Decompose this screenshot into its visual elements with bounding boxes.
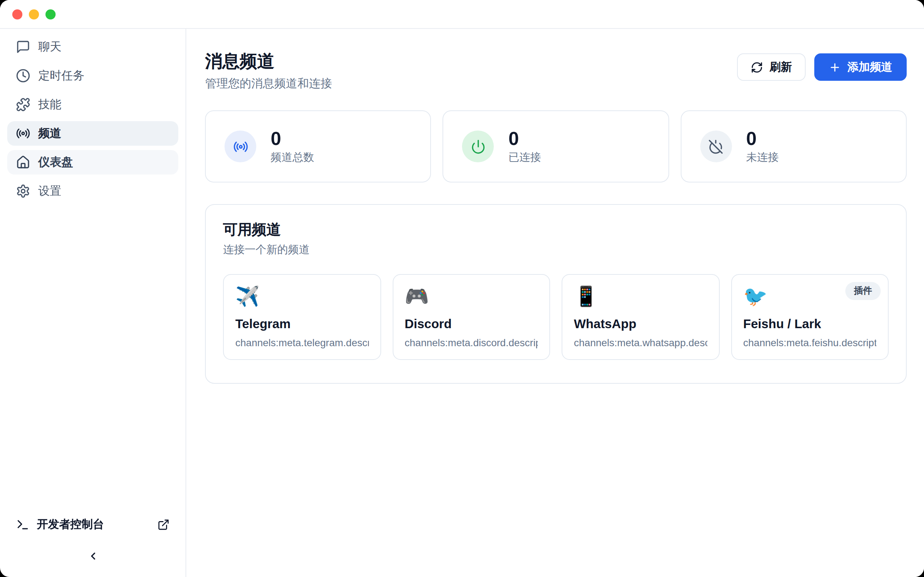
page-title: 消息频道 (205, 50, 332, 72)
page-header: 消息频道 管理您的消息频道和连接 刷新 添加频道 (205, 50, 907, 92)
available-channels-panel: 可用频道 连接一个新的频道 ✈️ Telegram channels:meta.… (205, 204, 907, 384)
traffic-lights (12, 9, 56, 19)
channel-name: Feishu / Lark (743, 317, 876, 332)
sidebar: 聊天 定时任务 技能 频道 仪表盘 设置 (0, 29, 186, 577)
page-subtitle: 管理您的消息频道和连接 (205, 76, 332, 92)
sidebar-collapse-button[interactable] (81, 545, 104, 567)
channel-description: channels:meta.telegram.description (235, 337, 368, 348)
stat-card-total-channels: 0 频道总数 (205, 110, 431, 182)
sidebar-item-chat[interactable]: 聊天 (7, 35, 178, 59)
zoom-button[interactable] (45, 9, 56, 19)
airplane-emoji-icon: ✈️ (235, 285, 368, 308)
stat-value: 0 (746, 128, 779, 148)
add-channel-button[interactable]: 添加频道 (814, 53, 907, 81)
app-window: 聊天 定时任务 技能 频道 仪表盘 设置 (0, 0, 924, 577)
dev-console-link[interactable]: 开发者控制台 (0, 510, 186, 540)
stat-card-connected: 0 已连接 (443, 110, 669, 182)
sidebar-item-scheduled-tasks[interactable]: 定时任务 (7, 63, 178, 88)
channel-description: channels:meta.whatsapp.description (574, 337, 707, 348)
panel-title: 可用频道 (223, 220, 888, 239)
sidebar-item-skills[interactable]: 技能 (7, 92, 178, 117)
channel-description: channels:meta.feishu.description (743, 337, 876, 348)
refresh-button-label: 刷新 (769, 60, 792, 75)
channel-card-feishu[interactable]: 插件 🐦 Feishu / Lark channels:meta.feishu.… (731, 274, 888, 360)
puzzle-icon (16, 97, 30, 112)
sidebar-item-label: 设置 (38, 184, 61, 199)
mobile-phone-emoji-icon: 📱 (574, 285, 707, 308)
stat-card-disconnected: 0 未连接 (680, 110, 907, 182)
radio-icon (225, 131, 256, 162)
channel-name: Discord (405, 317, 538, 332)
add-channel-button-label: 添加频道 (848, 60, 892, 75)
sidebar-item-label: 仪表盘 (38, 155, 73, 170)
channel-name: WhatsApp (574, 317, 707, 332)
stat-label: 未连接 (746, 151, 779, 165)
stat-value: 0 (509, 128, 541, 148)
sidebar-item-label: 频道 (38, 126, 61, 141)
radio-icon (16, 126, 30, 141)
sidebar-item-channels[interactable]: 频道 (7, 121, 178, 146)
power-off-icon (700, 131, 732, 162)
home-icon (16, 155, 30, 169)
channel-name: Telegram (235, 317, 368, 332)
main-content: 消息频道 管理您的消息频道和连接 刷新 添加频道 (186, 29, 924, 577)
channel-card-whatsapp[interactable]: 📱 WhatsApp channels:meta.whatsapp.descri… (562, 274, 719, 360)
channels-grid: ✈️ Telegram channels:meta.telegram.descr… (223, 274, 888, 360)
clock-icon (16, 69, 30, 83)
sidebar-item-settings[interactable]: 设置 (7, 179, 178, 203)
sidebar-item-label: 定时任务 (38, 68, 84, 83)
channel-description: channels:meta.discord.description (405, 337, 538, 348)
stats-row: 0 频道总数 0 已连接 (205, 110, 907, 182)
sidebar-item-label: 聊天 (38, 39, 61, 55)
close-button[interactable] (12, 9, 23, 19)
plus-icon (829, 61, 841, 73)
power-icon (462, 131, 494, 162)
external-link-icon (157, 519, 170, 531)
plugin-badge: 插件 (845, 282, 881, 300)
channel-card-discord[interactable]: 🎮 Discord channels:meta.discord.descript… (393, 274, 550, 360)
header-actions: 刷新 添加频道 (737, 53, 907, 81)
sidebar-item-dashboard[interactable]: 仪表盘 (7, 150, 178, 174)
stat-label: 频道总数 (271, 151, 314, 165)
stat-label: 已连接 (509, 151, 541, 165)
refresh-button[interactable]: 刷新 (737, 53, 806, 81)
terminal-icon (16, 518, 30, 532)
message-square-icon (16, 40, 30, 54)
sidebar-footer: 开发者控制台 (0, 510, 186, 577)
chevron-left-icon (87, 550, 99, 562)
dev-console-label: 开发者控制台 (37, 517, 104, 532)
channel-card-telegram[interactable]: ✈️ Telegram channels:meta.telegram.descr… (223, 274, 381, 360)
titlebar (0, 0, 924, 29)
minimize-button[interactable] (29, 9, 39, 19)
gear-icon (16, 184, 30, 198)
game-controller-emoji-icon: 🎮 (405, 285, 538, 308)
sidebar-item-label: 技能 (38, 97, 61, 112)
stat-value: 0 (271, 128, 314, 148)
panel-subtitle: 连接一个新的频道 (223, 243, 888, 257)
refresh-icon (751, 61, 763, 73)
